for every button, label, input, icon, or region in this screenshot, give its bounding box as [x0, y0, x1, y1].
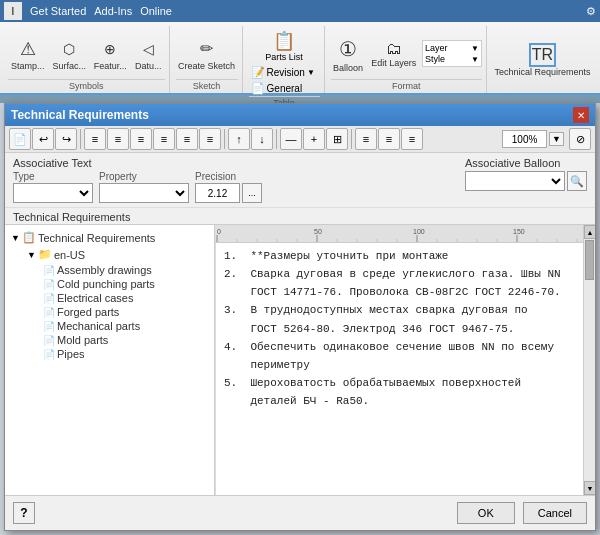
scroll-up-button[interactable]: ▲ — [584, 225, 595, 239]
tree-label-tech-req: Technical Requirements — [38, 232, 155, 244]
parts-list-button[interactable]: 📋 Parts List — [249, 28, 320, 64]
scroll-thumb[interactable] — [585, 240, 594, 280]
tree-icon-pipes: 📄 — [43, 349, 55, 360]
toolbar-new-button[interactable]: 📄 — [9, 128, 31, 150]
tree-icon-mechanical: 📄 — [43, 321, 55, 332]
toolbar-circle-btn[interactable]: ⊘ — [569, 128, 591, 150]
tree-label-mechanical: Mechanical parts — [57, 320, 140, 332]
zoom-dropdown-icon[interactable]: ▼ — [549, 132, 564, 146]
scroll-down-button[interactable]: ▼ — [584, 481, 595, 495]
zoom-input[interactable] — [502, 130, 547, 148]
text-area-container[interactable]: 1. **Размеры уточнить при монтаже 2. Сва… — [215, 243, 583, 495]
footer-left: ? — [13, 502, 35, 524]
ribbon: I Get Started Add-Ins Online ⚙ ⚠ Stamp..… — [0, 0, 600, 95]
feature-button[interactable]: ⊕ Featur... — [91, 35, 130, 73]
tree-icon-cold-punching: 📄 — [43, 279, 55, 290]
tree-content: ▼ 📋 Technical Requirements ▼ 📁 en-US 📄 — [5, 225, 214, 495]
cancel-button[interactable]: Cancel — [523, 502, 587, 524]
assoc-text-group: Associative Text Type Property Precision — [13, 157, 262, 203]
toolbar-plus-button[interactable]: + — [303, 128, 325, 150]
tree-item-tech-req[interactable]: ▼ 📋 Technical Requirements — [9, 229, 210, 246]
svg-text:0: 0 — [217, 228, 221, 235]
tree-icon-tech-req: 📋 — [22, 231, 36, 244]
dialog-footer: ? OK Cancel — [5, 495, 595, 530]
property-select[interactable] — [99, 183, 189, 203]
vertical-scrollbar[interactable]: ▲ ▼ — [583, 225, 595, 495]
toolbar-undo-button[interactable]: ↩ — [32, 128, 54, 150]
app-tab-addins[interactable]: Add-Ins — [94, 5, 132, 17]
edit-layers-button[interactable]: 🗂 Edit Layers — [370, 38, 418, 70]
technical-requirements-button[interactable]: TR Technical Requirements — [493, 41, 592, 79]
toolbar-sep-1 — [80, 129, 81, 149]
tree-item-pipes[interactable]: 📄 Pipes — [41, 347, 210, 361]
toolbar-minus-button[interactable]: — — [280, 128, 302, 150]
toolbar-sep-2 — [224, 129, 225, 149]
tree-label-cold-punching: Cold punching parts — [57, 278, 155, 290]
type-field: Type — [13, 171, 93, 203]
stamp-button[interactable]: ⚠ Stamp... — [8, 35, 47, 73]
revision-button[interactable]: 📝 Revision ▼ — [249, 65, 320, 80]
zoom-group: ▼ — [502, 130, 564, 148]
app-tab-get-started[interactable]: Get Started — [30, 5, 86, 17]
ok-button[interactable]: OK — [457, 502, 515, 524]
balloon-button[interactable]: ① Balloon — [331, 33, 366, 75]
tree-toggle-en-us[interactable]: ▼ — [27, 250, 36, 260]
create-sketch-button[interactable]: ✏ Create Sketch — [176, 35, 238, 73]
toolbar-redo-button[interactable]: ↪ — [55, 128, 77, 150]
tree-item-electrical[interactable]: 📄 Electrical cases — [41, 291, 210, 305]
tree-label-en-us: en-US — [54, 249, 85, 261]
precision-label: Precision — [195, 171, 262, 182]
tree-toggle-tech-req[interactable]: ▼ — [11, 233, 20, 243]
svg-text:50: 50 — [314, 228, 322, 235]
tree-label-mold: Mold parts — [57, 334, 108, 346]
app-icon: I — [4, 2, 22, 20]
tree-item-forged[interactable]: 📄 Forged parts — [41, 305, 210, 319]
property-label: Property — [99, 171, 189, 182]
toolbar-align-v1-button[interactable]: ≡ — [176, 128, 198, 150]
app-tab-online[interactable]: Online — [140, 5, 172, 17]
dialog-close-button[interactable]: ✕ — [573, 107, 589, 123]
toolbar-list3-button[interactable]: ≡ — [401, 128, 423, 150]
tech-req-section-label: Technical Requirements — [5, 208, 595, 224]
type-select[interactable] — [13, 183, 93, 203]
tree-item-mold[interactable]: 📄 Mold parts — [41, 333, 210, 347]
dialog-toolbar: 📄 ↩ ↪ ≡ ≡ ≡ ≡ ≡ ≡ ↑ ↓ — + ⊞ ≡ ≡ ≡ ▼ ⊘ — [5, 126, 595, 153]
toolbar-list2-button[interactable]: ≡ — [378, 128, 400, 150]
toolbar-up-button[interactable]: ↑ — [228, 128, 250, 150]
precision-input[interactable] — [195, 183, 240, 203]
assoc-balloon-search-button[interactable]: 🔍 — [567, 171, 587, 191]
toolbar-list-button[interactable]: ≡ — [355, 128, 377, 150]
ribbon-group-tech-req: TR Technical Requirements — [489, 26, 596, 93]
svg-text:150: 150 — [513, 228, 525, 235]
toolbar-align-center-button[interactable]: ≡ — [107, 128, 129, 150]
property-field: Property — [99, 171, 189, 203]
help-button[interactable]: ? — [13, 502, 35, 524]
tree-item-en-us[interactable]: ▼ 📁 en-US — [25, 246, 210, 263]
toolbar-align-left-button[interactable]: ≡ — [84, 128, 106, 150]
toolbar-grid-button[interactable]: ⊞ — [326, 128, 348, 150]
tree-label-assembly: Assembly drawings — [57, 264, 152, 276]
toolbar-align-v2-button[interactable]: ≡ — [199, 128, 221, 150]
assoc-text-label: Associative Text — [13, 157, 262, 169]
tree-item-cold-punching[interactable]: 📄 Cold punching parts — [41, 277, 210, 291]
surface-button[interactable]: ⬡ Surfac... — [49, 35, 88, 73]
svg-rect-0 — [215, 225, 583, 243]
tree-item-assembly[interactable]: 📄 Assembly drawings — [41, 263, 210, 277]
toolbar-down-button[interactable]: ↓ — [251, 128, 273, 150]
toolbar-align-justify-button[interactable]: ≡ — [153, 128, 175, 150]
tree-icon-forged: 📄 — [43, 307, 55, 318]
tree-children-tech-req: ▼ 📁 en-US 📄 Assembly drawings 📄 Cold pun… — [9, 246, 210, 361]
assoc-balloon-select[interactable] — [465, 171, 565, 191]
tech-text-content: 1. **Размеры уточнить при монтаже 2. Сва… — [224, 247, 575, 410]
precision-btn[interactable]: ... — [242, 183, 262, 203]
general-button[interactable]: 📄 General — [249, 81, 320, 96]
main-content: ▼ 📋 Technical Requirements ▼ 📁 en-US 📄 — [5, 224, 595, 495]
tree-item-mechanical[interactable]: 📄 Mechanical parts — [41, 319, 210, 333]
toolbar-sep-4 — [351, 129, 352, 149]
toolbar-align-right-button[interactable]: ≡ — [130, 128, 152, 150]
svg-text:100: 100 — [413, 228, 425, 235]
precision-field: Precision ... — [195, 171, 262, 203]
associative-section: Associative Text Type Property Precision — [5, 153, 595, 208]
format-group-label: Format — [331, 79, 482, 91]
datum-button[interactable]: ◁ Datu... — [132, 35, 165, 73]
